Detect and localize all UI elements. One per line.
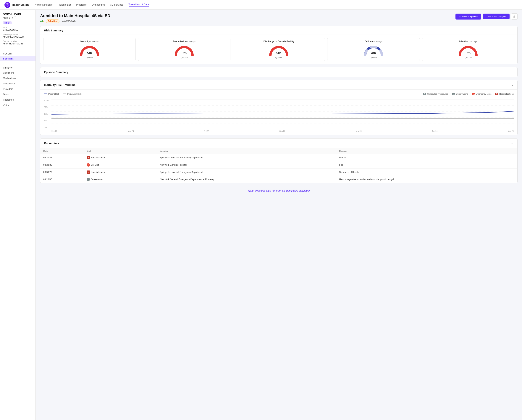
episode-summary-title: Episode Summary (44, 70, 68, 74)
legend-hospitalizations: H Hospitalizations (495, 93, 514, 95)
nav-patients-list[interactable]: Patients List (58, 3, 71, 6)
title-area: Admitted to Main Hospital 4S via ED Admi… (40, 13, 110, 23)
sidebar-item-therapies[interactable]: Therapies (0, 97, 36, 102)
row-date: 04/28/20 (40, 161, 84, 169)
location-label: Current Location: (3, 40, 32, 42)
trendline-header: Mortality Risk Trendline ⌄ (40, 80, 517, 90)
svg-text:5th: 5th (276, 51, 281, 55)
pcp-label: PCP: (3, 27, 32, 29)
top-nav: HealthVision Network Insights Patients L… (0, 0, 522, 10)
row-reason: Fall (336, 161, 517, 169)
risk-summary-title: Risk Summary (44, 29, 63, 32)
attending-label: Attending Provider: (3, 33, 32, 36)
legend-patient-risk: Patient Risk (44, 93, 59, 95)
nav-cv-services[interactable]: CV Services (110, 3, 123, 6)
nav-programs[interactable]: Programs (76, 3, 87, 6)
sidebar-item-providers[interactable]: Providers (0, 86, 36, 92)
table-row: 03/20/00 O Observation New York General … (40, 176, 517, 183)
pcp-section: PCP: ERICA GOMEZ (0, 27, 36, 33)
patient-name: SMITH, JOHN (0, 13, 36, 16)
row-location: New York General Emergency Department at… (157, 176, 336, 183)
sidebar-item-conditions[interactable]: Conditions (0, 70, 36, 76)
col-visit: Visit (84, 148, 157, 154)
sidebar-item-visits[interactable]: Visits (0, 102, 36, 108)
svg-text:4th: 4th (371, 51, 376, 55)
risk-grid: Mortality · 30 days 5th Quintile Readmis… (40, 35, 517, 64)
episode-summary-header: Episode Summary ⌃ (40, 67, 517, 77)
encounters-body: Date Visit Location Reason 04/30/22 H (40, 148, 517, 183)
encounters-table: Date Visit Location Reason 04/30/22 H (40, 148, 517, 183)
admitted-bar: Admitted on 03/25/2024 (40, 19, 110, 23)
main-content: Admitted to Main Hospital 4S via ED Admi… (36, 10, 522, 420)
divider (0, 49, 36, 49)
table-row: 04/28/20 + ER Visit New York General Hos… (40, 161, 517, 169)
legend-left: Patient Risk Population Risk (44, 93, 81, 95)
switch-episode-button[interactable]: ↻ Switch Episode (455, 14, 481, 20)
sidebar: SMITH, JOHN Male, 84Y i MSSP PCP: ERICA … (0, 10, 36, 420)
row-visit: O Observation (84, 176, 157, 183)
encounters-header: Encounters ⌄ (40, 139, 517, 148)
page-header: Admitted to Main Hospital 4S via ED Admi… (40, 13, 518, 23)
x-axis-labels: Mar 23 May 23 Jul 23 Sep 23 Nov 23 Jan 2… (52, 130, 514, 132)
svg-text:5th: 5th (182, 51, 187, 55)
sidebar-item-spotlight[interactable]: Spotlight (0, 56, 36, 61)
row-date: 04/30/22 (40, 154, 84, 161)
risk-card-delirium: Delirium · 30 days 4th Quintile (327, 38, 420, 61)
divider2 (0, 63, 36, 63)
encounters-collapse-button[interactable]: ⌄ (511, 141, 514, 145)
er-visit-icon: + (87, 163, 90, 167)
legend-population-risk: Population Risk (63, 93, 81, 95)
risk-card-infection: Infection · 30 days 5th Quintile (422, 38, 514, 61)
mssp-badge: MSSP (3, 21, 12, 24)
episode-summary-card: Episode Summary ⌃ (40, 67, 518, 77)
nav-orthopedics[interactable]: Orthopedics (92, 3, 105, 6)
location-section: Current Location: MAIN HOSPITAL 4S (0, 40, 36, 47)
legend-observations: O Observations (452, 93, 468, 95)
row-reason: Melena (336, 154, 517, 161)
legend-scheduled: S Scheduled Procedures (423, 93, 448, 95)
customize-widgets-button[interactable]: Customize Widgets (483, 14, 510, 19)
row-date: 03/30/20 (40, 169, 84, 176)
trendline-body: Patient Risk Population Risk S Scheduled… (40, 90, 517, 135)
print-icon: 🖨 (513, 15, 515, 18)
col-location: Location (157, 148, 336, 154)
sidebar-item-procedures[interactable]: Procedures (0, 81, 36, 86)
encounters-title: Encounters (44, 142, 60, 145)
header-actions: ↻ Switch Episode Customize Widgets 🖨 (455, 13, 518, 20)
col-date: Date (40, 148, 84, 154)
print-button[interactable]: 🖨 (511, 13, 518, 20)
chart-svg-container: Mar 23 May 23 Jul 23 Sep 23 Nov 23 Jan 2… (52, 100, 514, 132)
signal-bars-icon (40, 20, 44, 22)
attending-value: MICHAEL MUELLER (3, 36, 32, 38)
chart-wrapper: 100% 32% 10% 3% 0% (44, 100, 514, 132)
svg-text:5th: 5th (87, 51, 92, 55)
hospitalization-icon: H (87, 156, 90, 159)
svg-point-0 (6, 3, 9, 6)
sidebar-item-medications[interactable]: Medications (0, 76, 36, 81)
trendline-svg (52, 100, 514, 129)
trendline-title: Mortality Risk Trendline (44, 83, 76, 86)
episode-summary-collapse-button[interactable]: ⌃ (511, 70, 514, 74)
nav-transition-of-care[interactable]: Transition of Care (129, 3, 149, 7)
trendline-collapse-button[interactable]: ⌄ (511, 83, 514, 87)
attending-section: Attending Provider: MICHAEL MUELLER (0, 33, 36, 40)
info-icon[interactable]: i (14, 16, 16, 19)
col-reason: Reason (336, 148, 517, 154)
legend-emergency: E Emergency Visits (472, 93, 491, 95)
logo-text: HealthVision (12, 3, 29, 6)
location-value: MAIN HOSPITAL 4S (3, 42, 32, 45)
table-row: 04/30/22 H Hospitalization Springville H… (40, 154, 517, 161)
risk-card-mortality: Mortality · 30 days 5th Quintile (43, 38, 136, 61)
row-location: New York General Hospital (157, 161, 336, 169)
nav-network-insights[interactable]: Network Insights (35, 3, 53, 6)
sidebar-item-tests[interactable]: Tests (0, 92, 36, 97)
row-reason: Hemorrhage due to cardiac and vascular p… (336, 176, 517, 183)
risk-card-readmission: Readmission · 30 days 5th Quintile (138, 38, 230, 61)
y-axis-labels: 100% 32% 10% 3% 0% (44, 100, 52, 132)
patient-info: Male, 84Y i (0, 16, 36, 21)
switch-icon: ↻ (459, 15, 461, 18)
row-reason: Shortness of Breath (336, 169, 517, 176)
risk-card-discharge: Discharge to Outside Facility 5th Quinti… (233, 38, 325, 61)
hospitalization-icon-2: H (87, 171, 90, 174)
legend-right: S Scheduled Procedures O Observations E … (423, 93, 514, 95)
